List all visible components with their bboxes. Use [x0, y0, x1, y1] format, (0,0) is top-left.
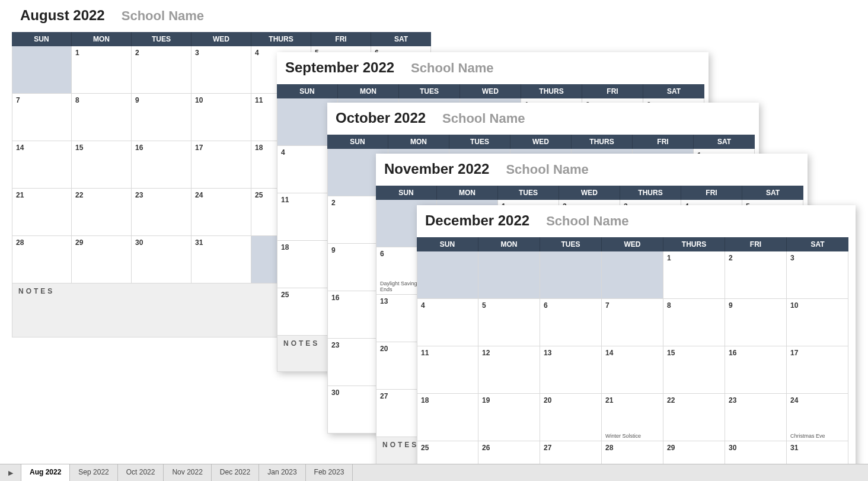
day-header-cell: WED: [192, 32, 251, 46]
calendar-cell[interactable]: 16: [132, 141, 192, 189]
day-number: 16: [729, 349, 783, 357]
calendar-cell[interactable]: 6: [540, 299, 602, 346]
day-number: 14: [605, 349, 659, 357]
calendar-cell[interactable]: 22: [72, 189, 132, 236]
day-header-cell: FRI: [311, 32, 371, 46]
calendar-cell[interactable]: 17: [787, 346, 848, 394]
calendar-cell[interactable]: 15: [663, 346, 725, 394]
calendar-cell[interactable]: 21Winter Solstice: [602, 394, 663, 441]
calendar-cell[interactable]: [417, 251, 478, 299]
sheet-tab[interactable]: Oct 2022: [118, 464, 164, 481]
calendar-cell[interactable]: 14: [12, 141, 72, 189]
month-title: October 2022: [336, 110, 426, 126]
calendar-cell[interactable]: 7: [602, 299, 663, 346]
sheet-tab[interactable]: Nov 2022: [164, 464, 211, 481]
calendar-cell[interactable]: 15: [72, 141, 132, 189]
day-number: 10: [790, 301, 844, 310]
calendar-cell[interactable]: 3: [192, 46, 251, 94]
day-header-cell: SUN: [277, 84, 338, 98]
calendar-cell[interactable]: 10: [787, 299, 848, 346]
calendar-cell[interactable]: 23: [725, 394, 787, 441]
sheet-tab[interactable]: Aug 2022: [21, 464, 70, 481]
calendar-cell[interactable]: 16: [725, 346, 787, 394]
day-header-cell: SAT: [742, 186, 803, 200]
day-number: 31: [790, 444, 844, 452]
calendar-cell[interactable]: 24Christmas Eve: [787, 394, 848, 441]
calendar-cell[interactable]: 31: [192, 236, 251, 283]
day-header-row: SUNMONTUESWEDTHURSFRISAT: [417, 237, 856, 251]
calendar-cell[interactable]: 8: [72, 94, 132, 141]
day-header-cell: TUES: [540, 237, 602, 251]
day-number: 17: [790, 349, 844, 357]
calendar-cell[interactable]: [540, 251, 602, 299]
sheet-tab[interactable]: Jan 2023: [259, 464, 305, 481]
calendar-cell[interactable]: [602, 251, 663, 299]
tab-nav-button[interactable]: ▶: [0, 464, 21, 481]
day-header-cell: WED: [602, 237, 663, 251]
day-header-cell: MON: [437, 186, 498, 200]
day-number: 10: [195, 96, 247, 104]
school-name: School Name: [442, 111, 525, 126]
calendar-cell[interactable]: 30: [132, 236, 192, 283]
day-header-cell: SAT: [643, 84, 704, 98]
calendar-cell[interactable]: 28: [12, 236, 72, 283]
day-number: 4: [421, 301, 474, 310]
sheet-tab[interactable]: Sep 2022: [70, 464, 117, 481]
sheet-tab[interactable]: Feb 2023: [306, 464, 353, 481]
calendar-cell[interactable]: 23: [132, 189, 192, 236]
calendar-cell[interactable]: 2: [132, 46, 192, 94]
calendar-cell[interactable]: 9: [725, 299, 787, 346]
day-number: 1: [75, 49, 127, 57]
day-number: 4: [281, 148, 334, 157]
day-header-cell: SUN: [12, 32, 72, 46]
day-header-cell: TUES: [449, 135, 510, 149]
calendar-cell[interactable]: 10: [192, 94, 251, 141]
day-header-cell: TUES: [132, 32, 192, 46]
calendar-cell[interactable]: 24: [192, 189, 251, 236]
day-header-cell: THURS: [521, 84, 582, 98]
day-header-cell: MON: [338, 84, 399, 98]
event-label: Winter Solstice: [605, 434, 660, 439]
calendar-cell[interactable]: 17: [192, 141, 251, 189]
calendar-cell[interactable]: 13: [540, 346, 602, 394]
day-number: 28: [16, 238, 68, 247]
sheet-tab-bar: ▶ Aug 2022Sep 2022Oct 2022Nov 2022Dec 20…: [0, 464, 868, 481]
day-number: 3: [195, 49, 247, 57]
calendar-cell[interactable]: 5: [478, 299, 540, 346]
day-number: 11: [281, 196, 334, 204]
calendar-cell[interactable]: [12, 46, 72, 94]
calendar-cell[interactable]: 7: [12, 94, 72, 141]
day-number: 17: [195, 144, 247, 152]
calendar-cell[interactable]: 8: [663, 299, 725, 346]
day-number: 28: [605, 444, 659, 452]
calendar-cell[interactable]: 18: [417, 394, 478, 441]
day-header-row: SUNMONTUESWEDTHURSFRISAT: [376, 186, 808, 200]
calendar-cell[interactable]: 1: [663, 251, 725, 299]
calendar-cell[interactable]: 20: [540, 394, 602, 441]
day-number: 12: [482, 349, 536, 357]
calendar-cell[interactable]: 4: [417, 299, 478, 346]
calendar-cell[interactable]: 29: [72, 236, 132, 283]
calendar-cell[interactable]: [478, 251, 540, 299]
calendar-cell[interactable]: 9: [132, 94, 192, 141]
calendar-cell[interactable]: 1: [72, 46, 132, 94]
month-title: December 2022: [425, 212, 529, 229]
day-number: 24: [790, 396, 844, 404]
day-header-cell: THURS: [620, 186, 681, 200]
day-number: 25: [281, 291, 334, 299]
calendar-cell[interactable]: 21: [12, 189, 72, 236]
calendar-cell[interactable]: 22: [663, 394, 725, 441]
calendar-cell[interactable]: 12: [478, 346, 540, 394]
day-header-cell: TUES: [399, 84, 460, 98]
calendar-cell[interactable]: 11: [417, 346, 478, 394]
day-header-cell: FRI: [725, 237, 787, 251]
sheet-tab[interactable]: Dec 2022: [212, 464, 259, 481]
day-header-cell: TUES: [498, 186, 559, 200]
day-header-cell: MON: [478, 237, 540, 251]
calendar-cell[interactable]: 14: [602, 346, 663, 394]
calendar-cell[interactable]: 19: [478, 394, 540, 441]
calendar-cell[interactable]: 2: [725, 251, 787, 299]
day-number: 3: [790, 254, 844, 262]
calendar-cell[interactable]: 3: [787, 251, 848, 299]
day-header-cell: WED: [510, 135, 572, 149]
